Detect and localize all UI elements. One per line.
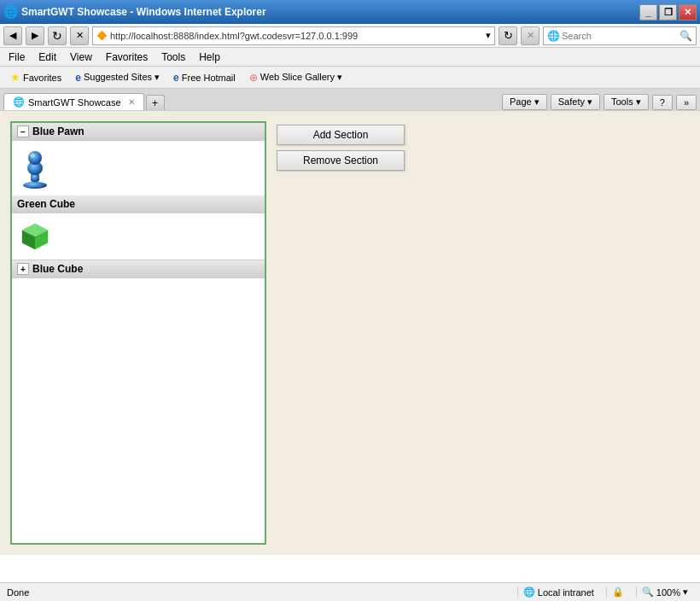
add-section-button[interactable]: Add Section	[277, 125, 405, 145]
green-cube-content	[12, 213, 265, 260]
remove-section-button[interactable]: Remove Section	[277, 150, 405, 171]
stop-page-button[interactable]: ✕	[521, 26, 540, 45]
new-tab-button[interactable]: +	[146, 95, 165, 110]
menu-tools[interactable]: Tools	[156, 50, 190, 65]
extra-button[interactable]: »	[676, 95, 697, 110]
suggested-sites-button[interactable]: e Suggested Sites ▾	[72, 70, 163, 85]
tab-toolbar-right: Page ▾ Safety ▾ Tools ▾ ? »	[502, 94, 697, 110]
url-text: http://localhost:8888/index.html?gwt.cod…	[110, 31, 482, 41]
webslice-icon: ⊕	[249, 72, 258, 84]
section-panel: − Blue Pawn	[10, 121, 266, 545]
tab-label: SmartGWT Showcase	[28, 97, 121, 108]
hotmail-label: Free Hotmail	[182, 73, 236, 83]
address-bar: ◀ ▶ ↻ ✕ 🔶 http://localhost:8888/index.ht…	[0, 24, 700, 48]
refresh-page-button[interactable]: ↻	[499, 26, 517, 45]
tab-icon: 🌐	[13, 96, 25, 108]
green-cube-section: Green Cube	[12, 195, 265, 260]
blue-pawn-toggle[interactable]: −	[17, 125, 29, 137]
blue-pawn-content	[12, 141, 265, 195]
url-icon: 🔶	[96, 31, 107, 40]
title-bar-left: 🌐 SmartGWT Showcase - Windows Internet E…	[3, 5, 266, 19]
blue-pawn-header[interactable]: − Blue Pawn	[12, 123, 265, 141]
menu-edit[interactable]: Edit	[33, 50, 61, 65]
blue-cube-content	[12, 278, 265, 432]
menu-file[interactable]: File	[3, 50, 30, 65]
tab-bar: 🌐 SmartGWT Showcase ✕ + Page ▾ Safety ▾ …	[0, 89, 700, 111]
page-menu-button[interactable]: Page ▾	[502, 94, 547, 110]
help-button[interactable]: ?	[652, 95, 673, 110]
content-area: − Blue Pawn	[0, 111, 700, 555]
buttons-panel: Add Section Remove Section	[277, 121, 405, 545]
blue-cube-label: Blue Cube	[32, 263, 83, 275]
menu-help[interactable]: Help	[194, 50, 225, 65]
tools-menu-button[interactable]: Tools ▾	[604, 94, 649, 110]
blue-pawn-section: − Blue Pawn	[12, 123, 265, 195]
ie-icon-hotmail: e	[173, 72, 179, 84]
green-cube-icon	[19, 220, 51, 253]
title-bar: 🌐 SmartGWT Showcase - Windows Internet E…	[0, 0, 700, 24]
stop-button[interactable]: ✕	[70, 26, 89, 45]
free-hotmail-button[interactable]: e Free Hotmail	[170, 70, 239, 85]
refresh-button[interactable]: ↻	[48, 26, 67, 45]
menu-view[interactable]: View	[65, 50, 97, 65]
safety-menu-button[interactable]: Safety ▾	[551, 94, 600, 110]
back-button[interactable]: ◀	[3, 26, 22, 45]
ie-icon-suggested: e	[75, 72, 81, 84]
blue-pawn-label: Blue Pawn	[32, 125, 85, 137]
suggested-sites-label: Suggested Sites ▾	[84, 72, 160, 83]
blue-cube-toggle[interactable]: +	[17, 263, 29, 275]
green-cube-label: Green Cube	[17, 198, 75, 210]
window-title: SmartGWT Showcase - Windows Internet Exp…	[21, 6, 266, 18]
title-bar-controls: _ ❐ ✕	[639, 4, 697, 20]
ie-logo-icon: 🌐	[3, 5, 18, 19]
green-cube-header[interactable]: Green Cube	[12, 195, 265, 213]
menu-favorites[interactable]: Favorites	[101, 50, 153, 65]
blue-pawn-icon	[19, 148, 51, 189]
url-go-button[interactable]: ▾	[486, 30, 491, 41]
search-ie-icon: 🌐	[547, 30, 560, 42]
blue-pawn-toggle-icon: −	[20, 127, 26, 137]
favorites-button[interactable]: ★ Favorites	[7, 69, 65, 85]
blue-cube-section: + Blue Cube	[12, 260, 265, 543]
url-box: 🔶 http://localhost:8888/index.html?gwt.c…	[92, 26, 495, 45]
favorites-label: Favorites	[23, 73, 61, 83]
menu-bar: File Edit View Favorites Tools Help	[0, 48, 700, 67]
browser-tab-main[interactable]: 🌐 SmartGWT Showcase ✕	[3, 93, 144, 110]
close-button[interactable]: ✕	[679, 4, 697, 20]
tab-close-icon[interactable]: ✕	[128, 97, 135, 107]
search-box[interactable]: 🌐 🔍	[543, 26, 697, 45]
web-slice-gallery-button[interactable]: ⊕ Web Slice Gallery ▾	[246, 70, 346, 85]
svg-point-3	[28, 151, 42, 165]
search-input[interactable]	[562, 31, 680, 41]
favorites-star-icon: ★	[10, 71, 20, 84]
search-magnifier-icon[interactable]: 🔍	[680, 30, 692, 42]
forward-button[interactable]: ▶	[26, 26, 44, 45]
favorites-bar: ★ Favorites e Suggested Sites ▾ e Free H…	[0, 67, 700, 89]
web-slice-label: Web Slice Gallery ▾	[260, 72, 342, 83]
blue-cube-toggle-icon: +	[20, 265, 26, 274]
svg-point-0	[23, 182, 47, 189]
blue-cube-header[interactable]: + Blue Cube	[12, 260, 265, 278]
restore-button[interactable]: ❐	[659, 4, 677, 20]
minimize-button[interactable]: _	[639, 4, 657, 20]
